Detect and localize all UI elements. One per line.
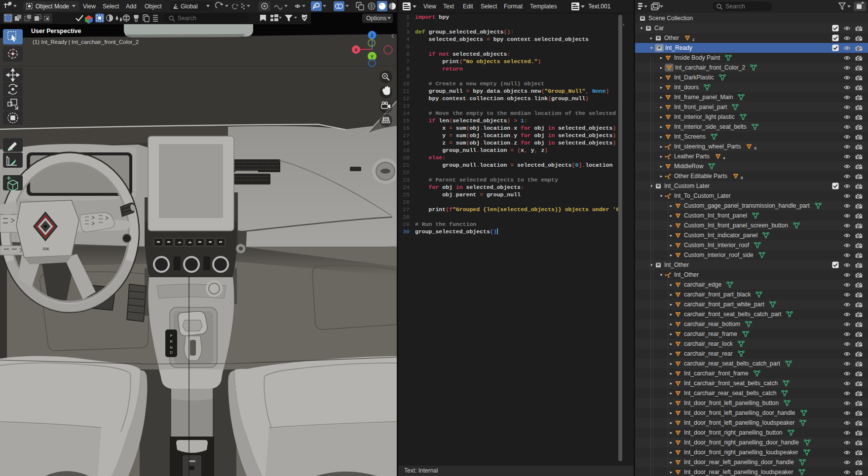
svg-text:View: View — [83, 3, 96, 10]
svg-text:Z: Z — [371, 33, 374, 38]
svg-text:ZOE: ZOE — [42, 247, 49, 251]
svg-text:Options: Options — [366, 15, 386, 22]
svg-text:Global: Global — [181, 3, 198, 10]
svg-text:N: N — [170, 346, 172, 349]
svg-text:Add: Add — [126, 3, 136, 10]
svg-text:D: D — [170, 351, 172, 354]
svg-text:Search: Search — [178, 15, 196, 22]
svg-text:Select: Select — [481, 3, 497, 10]
svg-text:P: P — [170, 334, 173, 337]
svg-text:X: X — [354, 47, 357, 52]
svg-text:Object: Object — [145, 3, 162, 10]
svg-text:Edit: Edit — [463, 3, 473, 10]
svg-text:R: R — [170, 340, 172, 343]
svg-text:Templates: Templates — [530, 3, 557, 10]
svg-text:Object Mode: Object Mode — [36, 3, 69, 10]
svg-text:Search: Search — [725, 3, 745, 10]
svg-text:View: View — [423, 3, 436, 10]
svg-text:Text: Text — [443, 3, 454, 10]
svg-text:Select: Select — [103, 3, 119, 10]
svg-text:Text.001: Text.001 — [588, 3, 611, 10]
svg-text:Y: Y — [371, 54, 374, 59]
svg-text:Format: Format — [504, 3, 523, 10]
